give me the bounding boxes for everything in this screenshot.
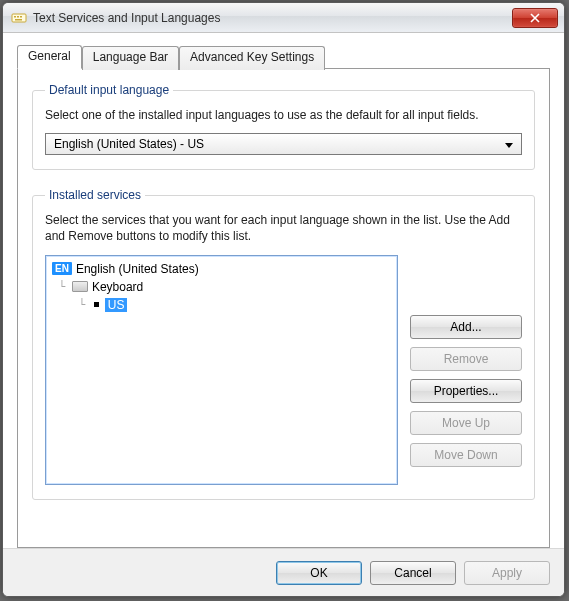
installed-description: Select the services that you want for ea…: [45, 212, 522, 244]
move-up-button: Move Up: [410, 411, 522, 435]
keyboard-icon: [72, 281, 88, 292]
svg-rect-1: [14, 16, 16, 18]
svg-rect-3: [20, 16, 22, 18]
service-buttons: Add... Remove Properties... Move Up Move…: [410, 255, 522, 485]
group-installed-services: Installed services Select the services t…: [32, 188, 535, 499]
titlebar[interactable]: Text Services and Input Languages: [3, 3, 564, 33]
chevron-down-icon: [501, 137, 517, 151]
tree-lang-node[interactable]: EN English (United States): [52, 260, 391, 278]
tree-category-node[interactable]: └ Keyboard: [52, 278, 391, 296]
svg-rect-0: [12, 14, 26, 22]
tab-general[interactable]: General: [17, 45, 82, 69]
tree-layout-node[interactable]: └ US: [52, 296, 391, 314]
layout-name: US: [105, 298, 128, 312]
move-down-button: Move Down: [410, 443, 522, 467]
default-lang-description: Select one of the installed input langua…: [45, 107, 522, 123]
group-legend: Default input language: [45, 83, 173, 97]
content-area: General Language Bar Advanced Key Settin…: [3, 33, 564, 548]
tab-advanced-key-settings[interactable]: Advanced Key Settings: [179, 46, 325, 70]
group-default-input-language: Default input language Select one of the…: [32, 83, 535, 170]
category-name: Keyboard: [92, 280, 143, 294]
window-title: Text Services and Input Languages: [33, 11, 512, 25]
app-icon: [11, 10, 27, 26]
properties-button[interactable]: Properties...: [410, 379, 522, 403]
dialog-window: Text Services and Input Languages Genera…: [2, 2, 565, 597]
apply-button: Apply: [464, 561, 550, 585]
ok-button[interactable]: OK: [276, 561, 362, 585]
add-button[interactable]: Add...: [410, 315, 522, 339]
dialog-footer: OK Cancel Apply: [3, 548, 564, 596]
svg-rect-4: [15, 19, 22, 21]
default-language-dropdown[interactable]: English (United States) - US: [45, 133, 522, 155]
installed-services-tree[interactable]: EN English (United States) └ Keyboard └ …: [45, 255, 398, 485]
cancel-button[interactable]: Cancel: [370, 561, 456, 585]
tabstrip: General Language Bar Advanced Key Settin…: [17, 45, 550, 69]
tabpanel-general: Default input language Select one of the…: [17, 68, 550, 548]
bullet-icon: [94, 302, 99, 307]
language-badge: EN: [52, 262, 72, 275]
language-name: English (United States): [76, 262, 199, 276]
remove-button: Remove: [410, 347, 522, 371]
close-button[interactable]: [512, 8, 558, 28]
svg-rect-2: [17, 16, 19, 18]
tab-language-bar[interactable]: Language Bar: [82, 46, 179, 70]
dropdown-selected-text: English (United States) - US: [54, 137, 501, 151]
group-legend: Installed services: [45, 188, 145, 202]
